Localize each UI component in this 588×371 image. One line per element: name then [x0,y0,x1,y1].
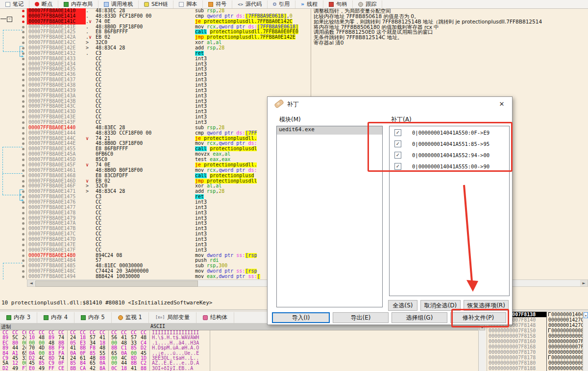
disasm-row[interactable]: 00007FFB8A0E141E.48:8B0D F3F18F00mov rcx… [0,24,588,30]
tab-内存布局[interactable]: 内存布局 [58,0,98,8]
breakpoint-dot[interactable] [22,217,24,220]
breakpoint-dot[interactable] [22,42,24,44]
tab-调用堆栈[interactable]: 调用堆栈 [98,0,139,8]
breakpoint-dot[interactable] [22,84,24,87]
tab-内存 4[interactable]: 内存 4 [37,312,74,323]
patch-listbox[interactable]: ✓0|000000014041A550:0F->E9✓0|00000001404… [389,126,510,296]
tab-引用[interactable]: 引用 [268,0,295,8]
tab-线程[interactable]: »线程 [295,0,323,8]
hex-row[interactable]: D249F7E049FFCE8BCA428A0C1841883ÒI÷ðIÿÎ.Ê… [0,366,478,371]
stack-row[interactable]: 00000000007F816800000000007F [487,344,588,349]
disasm-row[interactable]: 00007FFB8A0E1438CCint3 [0,83,588,88]
breakpoint-dot[interactable] [22,138,24,140]
breakpoint-dot[interactable] [22,111,24,113]
stack-row[interactable]: 00000000007F8170000000000000 [487,349,588,355]
tab-源代码[interactable]: <>源代码 [232,0,268,8]
breakpoint-dot[interactable] [22,26,24,28]
breakpoint-dot[interactable] [22,31,24,33]
stack-row[interactable]: 00000000007F816000000000007F [487,339,588,344]
breakpoint-dot[interactable] [22,121,24,124]
breakpoint-dot[interactable] [22,21,24,23]
hex-row[interactable]: EC80000000488B05E33418004833C4.ì....H..ã… [0,341,478,346]
close-icon[interactable]: ✕ [496,99,507,109]
scrollbar-thumb[interactable] [35,280,198,287]
tab-跟踪[interactable]: 跟踪 [353,0,382,8]
breakpoint-dot[interactable] [22,116,24,118]
patch-list-item[interactable]: ✓0|000000014041A555:00->90 [390,162,509,171]
breakpoint-dot[interactable] [22,142,24,145]
hex-row[interactable]: 84A1650A0083FA0A0F8555650A0045..¡e...ú..… [0,351,478,356]
breakpoint-dot[interactable] [22,249,24,252]
disasm-row[interactable]: 00007FFB8A0E1435CCint3 [0,67,588,72]
disasm-row[interactable]: 00007FFB8A0E1432.C3ret [0,51,588,56]
disasm-row[interactable]: 00007FFB8A0E142E>48:83C4 28add rsp,28 [0,46,588,51]
breakpoint-dot[interactable] [22,164,24,166]
select-all-button[interactable]: 全选(S) [388,300,417,311]
tab-符号[interactable]: 符号 [203,0,232,8]
tab-笔记[interactable]: 笔记 [0,0,29,8]
hex-dump-panel[interactable]: 进制 ASCII CCCCCCCCCCCCCCCCCCCCCCCCCCCCCCÌ… [0,323,485,371]
breakpoint-dot[interactable] [22,175,24,177]
tab-监视 1[interactable]: 监视 1 [112,312,149,323]
breakpoint-dot[interactable] [22,148,24,150]
breakpoint-dot[interactable] [22,212,24,214]
patch-list-item[interactable]: ✓0|000000014041A550:0F->E9 [390,128,509,138]
breakpoint-dot[interactable] [22,169,24,172]
tab-断点[interactable]: 断点 [29,0,58,8]
checkbox-checked-icon[interactable]: ✓ [394,129,401,136]
disasm-row[interactable]: 00007FFB8A0E142A.∨EB 02jmp protectionplu… [0,35,588,40]
breakpoint-dot[interactable] [22,10,24,12]
breakpoint-dot[interactable] [22,159,24,161]
tab-结构体[interactable]: 结构体 [196,312,234,323]
breakpoint-dot[interactable] [22,90,24,92]
checkbox-checked-icon[interactable]: ✓ [394,163,401,170]
tab-脚本[interactable]: 脚本 [173,0,203,8]
disasm-row[interactable]: 00007FFB8A0E1434CCint3 [0,62,588,67]
stack-row[interactable]: 00000000007F815000000000008B [487,328,588,333]
breakpoint-dot[interactable] [22,207,24,209]
hex-row[interactable]: 5A12004585C90F8584650A00448BC2ÄZ..E.É...… [0,361,478,366]
breakpoint-dot[interactable] [22,63,24,66]
breakpoint-dot[interactable] [22,73,24,76]
checkbox-checked-icon[interactable]: ✓ [394,152,401,159]
disasm-row[interactable]: 00007FFB8A0E1437CCint3 [0,77,588,83]
disasm-row[interactable]: 00007FFB8A0E1414.48:833D FCF18F00 00cmp … [0,14,588,19]
disasm-row[interactable]: 00007FFB8A0E142C>32C0xor al,al寄存器al 清0 [0,40,588,46]
hex-row[interactable]: C94533D24C8D742461488B004C8D1D3ÉE3ÒL.t$a… [0,356,478,361]
breakpoint-dot[interactable] [22,15,24,18]
export-button[interactable]: 导出(E) [333,312,389,323]
breakpoint-dot[interactable] [22,79,24,81]
breakpoint-dot[interactable] [22,36,24,39]
disasm-row[interactable]: 00007FFB8A0E1410.48:83EC 28sub rsp,28调整栈… [0,8,588,14]
breakpoint-dot[interactable] [22,259,24,262]
tab-内存 3[interactable]: 内存 3 [0,312,37,323]
breakpoint-dot[interactable] [22,270,24,273]
deselect-all-button[interactable]: 取消全选(D) [420,300,461,311]
dialog-title-bar[interactable]: 补丁 ✕ [268,97,512,112]
breakpoint-dot[interactable] [22,153,24,156]
hex-row[interactable]: CCCCCCCCCCCCCCCCCCCCCCCCCCCCCCÌÌÌÌÌÌÌÌÌÌ… [0,330,478,335]
disasm-row[interactable]: 00007FFB8A0E1425.E8 B6FBFFFFcall protect… [0,29,588,35]
patch-list-item[interactable]: ✓0|000000014041A552:94->00 [390,150,509,160]
breakpoint-dot[interactable] [22,100,24,103]
breakpoint-dot[interactable] [22,105,24,108]
stack-row[interactable]: 00000000007F8158000000000000 [487,333,588,339]
breakpoint-dot[interactable] [22,238,24,241]
tab-SEH链[interactable]: SEH链 [139,0,173,8]
tab-局部变量[interactable]: [x=]局部变量 [149,312,196,323]
breakpoint-dot[interactable] [22,190,24,193]
breakpoint-dot[interactable] [22,68,24,70]
scroll-up-icon[interactable]: ▲ [584,312,588,318]
stack-row[interactable]: 00000000007F817800000000008B [487,355,588,360]
breakpoint-dot[interactable] [22,180,24,183]
stack-scrollbar[interactable]: ▲ [583,312,588,371]
breakpoint-dot[interactable] [22,222,24,225]
disasm-row[interactable]: 00007FFB8A0E141C.∨74 0Eje protectionplus… [0,19,588,24]
tab-句柄[interactable]: 句柄 [323,0,353,8]
scroll-right-icon[interactable]: ► [580,280,588,286]
checkbox-checked-icon[interactable]: ✓ [394,140,401,147]
breakpoint-dot[interactable] [22,132,24,135]
hex-row[interactable]: 894424704D8BF9418BF8488BC185D2H.D$pM.ùA.… [0,346,478,350]
breakpoint-dot[interactable] [22,95,24,97]
select-group-button[interactable]: 选择组(G) [392,312,447,323]
